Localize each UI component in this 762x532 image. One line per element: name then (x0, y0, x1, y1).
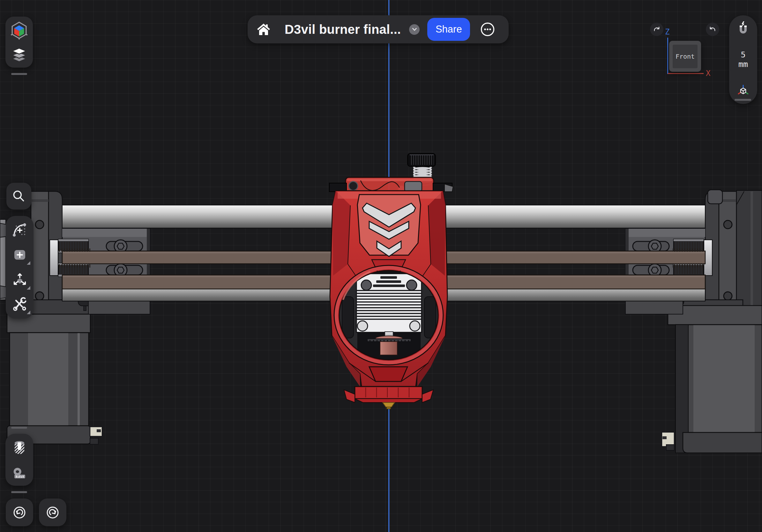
x-axis-label: X (706, 69, 710, 78)
measure-tape-button[interactable] (12, 466, 28, 481)
redo-icon (45, 504, 61, 520)
heater-block (380, 342, 397, 355)
rotate-view-cw-button[interactable] (650, 23, 663, 36)
chevron-vents (357, 195, 420, 256)
add-body-icon (12, 247, 28, 262)
home-button[interactable] (256, 22, 271, 37)
rotate-view-ccw-button[interactable] (706, 23, 719, 36)
undo-icon (12, 504, 28, 520)
undo-button[interactable] (6, 499, 33, 526)
snap-increment[interactable]: 5 mm (738, 50, 748, 69)
tools-icon (12, 296, 28, 312)
right-stepper-motor[interactable] (662, 305, 762, 453)
view-cube[interactable]: Front (669, 41, 701, 72)
x-axis-gizmo-line (668, 73, 704, 74)
modeling-toolbar (6, 216, 34, 319)
rotate-cw-icon (652, 25, 661, 33)
snap-magnet-button[interactable] (735, 21, 751, 36)
latch (405, 181, 422, 192)
nozzle (383, 403, 395, 409)
heatsink (339, 274, 439, 355)
move-transform-icon (12, 271, 28, 288)
move-transform-button[interactable] (6, 269, 34, 291)
home-icon (256, 22, 271, 37)
snap-value: 5 (738, 50, 748, 60)
panel-drag-handle[interactable] (11, 491, 27, 493)
section-view-icon (12, 439, 28, 456)
toolhead[interactable] (329, 154, 453, 409)
view-options-panel (5, 17, 33, 68)
axis-orientation-icon (735, 84, 751, 99)
sketch-arc-icon (12, 222, 28, 238)
panel-drag-handle[interactable] (11, 427, 27, 429)
document-toolbar: D3vil burner final... Share (248, 15, 509, 43)
chevron-down-icon (411, 26, 418, 33)
layers-icon[interactable] (10, 47, 29, 64)
rotate-ccw-icon (708, 25, 717, 33)
thumbscrew-knob (408, 154, 435, 166)
snap-settings-panel: 5 mm (729, 15, 757, 104)
snap-unit: mm (738, 60, 748, 69)
snap-magnet-icon (735, 21, 751, 36)
panel-drag-handle[interactable] (11, 73, 27, 75)
inspect-toolbar (5, 434, 33, 486)
orientation-cube-icon[interactable] (9, 21, 29, 40)
sketch-tool-button[interactable] (6, 219, 34, 241)
document-menu-button[interactable] (409, 24, 419, 35)
search-icon (12, 189, 26, 204)
redo-button[interactable] (39, 499, 66, 526)
document-title[interactable]: D3vil burner final... (285, 22, 401, 37)
model-render[interactable] (0, 0, 762, 532)
cad-viewport[interactable]: D3vil burner final... Share Z (0, 0, 762, 532)
section-view-button[interactable] (12, 439, 28, 456)
right-rail-mount[interactable] (705, 190, 762, 309)
axis-orientation-button[interactable] (735, 84, 751, 99)
search-button[interactable] (6, 183, 31, 210)
tools-button[interactable] (6, 293, 34, 315)
z-axis-label: Z (665, 28, 669, 36)
z-axis-gizmo-line (667, 37, 668, 74)
ellipsis-icon (480, 22, 495, 37)
view-cube-face-label[interactable]: Front (673, 45, 698, 68)
measure-tape-icon (12, 466, 28, 481)
left-stepper-motor[interactable] (7, 314, 102, 444)
panel-drag-handle[interactable] (734, 99, 751, 101)
share-button[interactable]: Share (427, 18, 470, 41)
add-body-button[interactable] (6, 244, 34, 266)
more-options-button[interactable] (480, 22, 495, 37)
